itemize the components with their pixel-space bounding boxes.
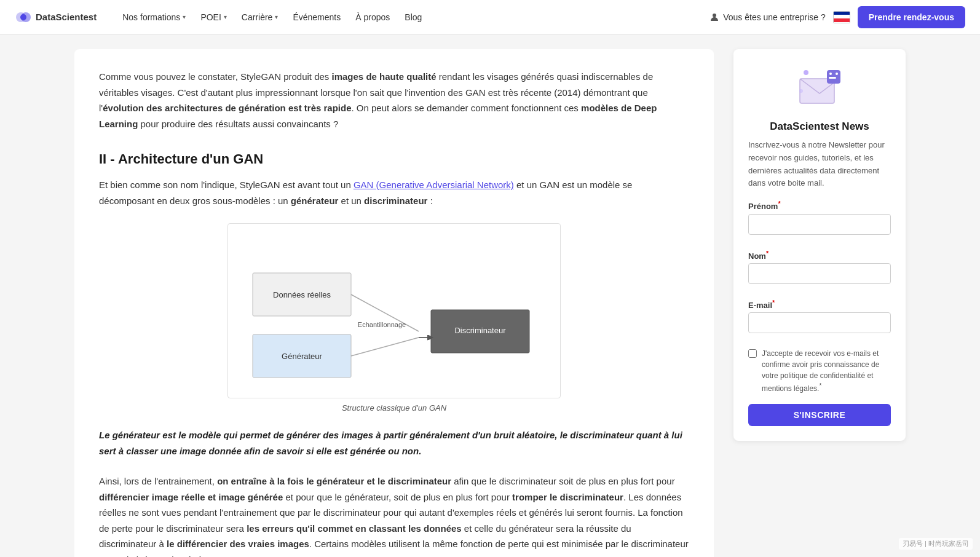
svg-point-18 [829,73,832,75]
svg-line-9 [351,338,419,356]
sidebar-newsletter-desc: Inscrivez-vous à notre Newsletter pour r… [748,139,891,190]
enterprise-icon [709,12,719,22]
consent-checkbox[interactable] [748,349,757,358]
intro-text-1: Comme vous pouvez le constater, StyleGAN… [99,71,332,82]
svg-rect-20 [829,77,836,79]
svg-point-3 [713,14,716,17]
logo-icon [15,9,32,26]
nav-links: Nos formations ▾ POEI ▾ Carrière ▾ Événe… [116,9,709,26]
chevron-down-icon: ▾ [275,14,278,20]
logo[interactable]: DataScientest [15,9,97,26]
watermark: 刃易号 | 时尚玩家岳司 [899,538,973,550]
chevron-down-icon: ▾ [224,14,227,20]
subscribe-button[interactable]: S'INSCRIRE [748,404,891,426]
language-flag[interactable] [833,11,850,23]
flag-red-stripe [834,18,850,22]
nav-formations[interactable]: Nos formations ▾ [116,9,192,26]
navigation: DataScientest Nos formations ▾ POEI ▾ Ca… [0,0,980,34]
sidebar-newsletter-title: DataScientest News [748,120,891,133]
svg-text:Générateur: Générateur [282,352,322,361]
gan-intro-paragraph: Et bien comme son nom l'indique, StyleGA… [99,177,689,208]
sidebar: DataScientest News Inscrivez-vous à notr… [733,49,906,557]
svg-point-21 [804,70,808,75]
intro-bold-2: évolution des architectures de génératio… [103,103,351,113]
gan-diagram: Données réelles Générateur Echantillonna… [210,223,579,413]
nav-evenements[interactable]: Événements [286,9,347,26]
main-content: Comme vous pouvez le constater, StyleGAN… [74,49,714,557]
gan-bold-1: générateur [291,196,339,206]
gan-link[interactable]: GAN (Generative Adversiarial Network) [354,180,514,190]
consent-label: J'accepte de recevoir vos e-mails et con… [762,348,891,394]
enterprise-link[interactable]: Vous êtes une entreprise ? [709,12,826,22]
nav-blog[interactable]: Blog [398,9,428,26]
email-input[interactable] [748,312,891,333]
gan-text-4: : [427,196,432,206]
train-bold-4: les erreurs qu'il commet en classant les… [247,523,462,534]
svg-point-22 [799,89,803,93]
gan-text-3: et un [338,196,364,206]
svg-point-19 [836,73,838,75]
nom-label: Nom* [748,250,891,261]
train-text-2: afin que le discriminateur soit de plus … [451,476,675,486]
email-group: E-mail* [748,299,891,341]
intro-bold-1: images de haute qualité [332,71,437,82]
nav-apropos[interactable]: À propos [349,9,396,26]
chevron-down-icon: ▾ [183,14,186,20]
newsletter-card: DataScientest News Inscrivez-vous à notr… [733,49,906,441]
svg-text:Données réelles: Données réelles [273,290,331,299]
gan-text-1: Et bien comme son nom l'indique, StyleGA… [99,180,354,190]
train-bold-2: différencier image réelle et image génér… [99,492,283,502]
nom-group: Nom* [748,250,891,291]
section-heading: II - Architecture d'un GAN [99,151,689,167]
svg-text:Discriminateur: Discriminateur [454,326,506,335]
page-layout: Comme vous pouvez le constater, StyleGAN… [60,34,920,557]
gan-blockquote: Le générateur est le modèle qui permet d… [99,427,689,459]
intro-paragraph: Comme vous pouvez le constater, StyleGAN… [99,69,689,132]
train-bold-5: le différencier des vraies images [167,539,309,549]
prenom-label: Prénom* [748,200,891,211]
diagram-caption: Structure classique d'un GAN [210,403,579,413]
diagram-svg-wrapper: Données réelles Générateur Echantillonna… [227,223,561,398]
newsletter-illustration [795,64,844,113]
nom-input[interactable] [748,263,891,284]
consent-row: J'accepte de recevoir vos e-mails et con… [748,348,891,394]
intro-text-3: . On peut alors se demander comment fonc… [352,103,582,113]
logo-text: DataScientest [36,12,97,22]
train-bold-3: tromper le discriminateur [512,492,623,502]
nav-poei[interactable]: POEI ▾ [194,9,232,26]
rdv-button[interactable]: Prendre rendez-vous [858,6,965,28]
svg-point-2 [20,14,26,20]
prenom-input[interactable] [748,214,891,235]
train-text-1: Ainsi, lors de l'entrainement, [99,476,217,486]
train-text-3: et pour que le générateur, soit de plus … [283,492,512,502]
prenom-group: Prénom* [748,200,891,242]
gan-bold-2: discriminateur [364,196,427,206]
train-bold-1: on entraîne à la fois le générateur et l… [217,476,451,486]
nav-carriere[interactable]: Carrière ▾ [235,9,285,26]
training-paragraph: Ainsi, lors de l'entrainement, on entraî… [99,473,689,557]
email-label: E-mail* [748,299,891,310]
svg-text:Echantillonnage: Echantillonnage [358,321,406,328]
gan-diagram-svg: Données réelles Générateur Echantillonna… [240,236,548,384]
intro-text-4: pour produire des résultats aussi convai… [138,119,338,129]
nav-right: Vous êtes une entreprise ? Prendre rende… [709,6,965,28]
